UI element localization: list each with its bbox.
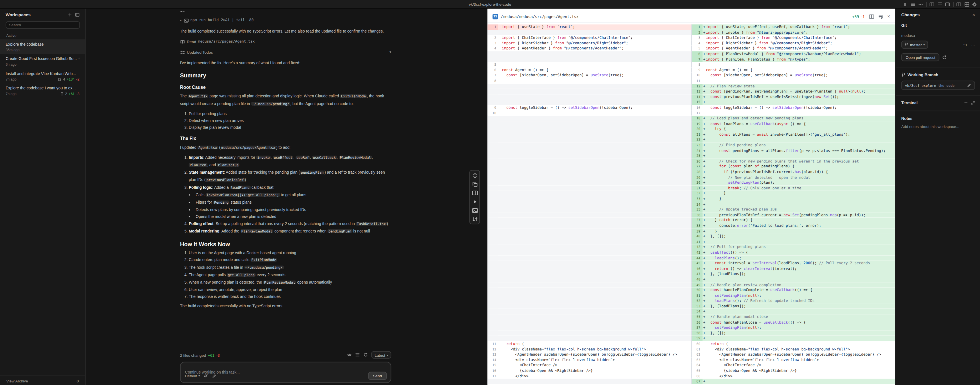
diff-line: 35+ // Update tracked plan IDs bbox=[691, 207, 895, 212]
code-text: + const pendingPlans = allPlans.filter(p… bbox=[702, 148, 886, 153]
code-text: <div className="flex flex-col h-screen b… bbox=[702, 347, 850, 352]
toggle-right-panel-icon[interactable] bbox=[945, 2, 950, 7]
refresh-icon[interactable] bbox=[363, 352, 369, 358]
diff-line bbox=[487, 83, 691, 89]
menu-icon[interactable] bbox=[910, 2, 915, 7]
compare-icon[interactable] bbox=[471, 216, 478, 222]
more-icon[interactable]: ⋯ bbox=[971, 43, 975, 47]
diff-line bbox=[487, 196, 691, 202]
run-icon[interactable] bbox=[471, 199, 478, 205]
code-text bbox=[498, 314, 502, 320]
line-number: 8 bbox=[487, 78, 498, 83]
tool-call[interactable] bbox=[180, 10, 391, 13]
diff-line: 59+ bbox=[691, 336, 895, 341]
chat-heading: Root Cause bbox=[180, 84, 391, 90]
terminal-icon[interactable] bbox=[471, 207, 478, 213]
diff-row: 19+ const loadPlans = useCallback(async … bbox=[487, 121, 895, 127]
expand-icon[interactable] bbox=[970, 100, 975, 105]
word-wrap-icon[interactable] bbox=[878, 13, 884, 19]
close-icon[interactable]: × bbox=[887, 13, 890, 19]
diff-line bbox=[487, 202, 691, 207]
notes-placeholder[interactable]: Add notes about this workspace... bbox=[896, 122, 980, 131]
workspace-item[interactable]: Install and integrate Vibe Kanban Web...… bbox=[0, 68, 85, 83]
line-number bbox=[487, 94, 498, 100]
working-branch-section-header[interactable]: Working Branch bbox=[896, 67, 980, 78]
code-text bbox=[498, 132, 502, 137]
diff-line bbox=[487, 309, 691, 315]
new-workspace-icon[interactable] bbox=[67, 13, 72, 17]
diff-line: 12+ // Plan review state bbox=[691, 83, 895, 89]
sidebar-header: Workspaces bbox=[0, 9, 85, 19]
terminal-section-header[interactable]: Terminal bbox=[896, 95, 980, 106]
list-icon[interactable] bbox=[355, 352, 360, 358]
line-number bbox=[487, 293, 498, 298]
diff-line: 58+ }, []); bbox=[691, 331, 895, 336]
branch-selector[interactable]: master ▾ bbox=[901, 41, 928, 49]
git-section-header[interactable]: Git bbox=[896, 20, 980, 29]
code-text: <div className="flex flex-col h-screen b… bbox=[498, 347, 646, 352]
copy-icon[interactable] bbox=[471, 181, 478, 187]
sub-list-item: Calls invoke<PlanItem[]>('get_all_plans'… bbox=[196, 191, 391, 199]
diff-line: 53+ }, [loadPlans]); bbox=[691, 304, 895, 309]
code-text: <div className="flex flex-1 overflow-hid… bbox=[498, 357, 615, 363]
workspace-meta: 35m ago bbox=[6, 48, 80, 51]
toggle-left-panel-icon[interactable] bbox=[929, 2, 935, 7]
list-item: Polling logic: Added a loadPlans callbac… bbox=[189, 184, 391, 220]
layout-icon[interactable] bbox=[471, 189, 478, 196]
refresh-icon[interactable] bbox=[942, 54, 947, 60]
edit-icon[interactable] bbox=[212, 374, 216, 378]
tool-call[interactable]: ▸npm run build 2>&1 | tail -80 bbox=[180, 17, 391, 24]
workspace-item[interactable]: Explore the codebase35m ago bbox=[0, 39, 85, 54]
line-number: 1 bbox=[691, 24, 702, 30]
line-number: 58 bbox=[691, 331, 702, 336]
toggle-bottom-panel-icon[interactable] bbox=[937, 2, 942, 7]
chevron-down-icon[interactable]: ▾ bbox=[390, 49, 391, 56]
diff-line bbox=[487, 185, 691, 191]
plus-icon[interactable] bbox=[964, 100, 968, 105]
diff-row: 7+import { PlanItem, PlanStatus } from "… bbox=[487, 57, 895, 62]
more-icon[interactable] bbox=[918, 2, 923, 7]
attachment-icon[interactable] bbox=[204, 374, 208, 378]
line-number bbox=[487, 137, 498, 143]
split-diff-icon[interactable] bbox=[869, 13, 874, 19]
line-number bbox=[487, 175, 498, 180]
pause-icon[interactable] bbox=[902, 2, 908, 7]
diff-line: 9const Agent = () => { bbox=[691, 67, 895, 73]
split-view-icon[interactable] bbox=[956, 2, 961, 7]
diff-row: 9 const toggleSidebar = () => setSidebar… bbox=[487, 105, 895, 110]
diff-line bbox=[487, 137, 691, 143]
code-text bbox=[702, 110, 706, 116]
archive-count: 0 bbox=[76, 379, 79, 383]
line-number: 5 bbox=[487, 62, 498, 67]
tool-call[interactable]: Read medusa/src/pages/Agent.tsx bbox=[180, 38, 391, 45]
diff-line: 15 <ChatInterface /> bbox=[487, 363, 691, 368]
view-archive-link[interactable]: View Archive bbox=[6, 379, 28, 383]
toggle-sidebar-icon[interactable] bbox=[75, 13, 79, 17]
code-text: + const allPlans = await invoke<PlanItem… bbox=[702, 132, 850, 137]
code-text: const Agent = () => { bbox=[498, 67, 548, 73]
diff-row: 6const Agent = () => {9const Agent = () … bbox=[487, 67, 895, 73]
settings-icon[interactable] bbox=[972, 2, 977, 7]
line-number bbox=[487, 51, 498, 57]
diff-line: 51+ setPendingPlan(null); bbox=[691, 293, 895, 298]
status-actions: Latest ▾ bbox=[347, 351, 391, 359]
workspace-item[interactable]: Explore the codebase I want you to ex...… bbox=[0, 83, 85, 98]
diff-row: 15+ bbox=[487, 99, 895, 105]
close-icon[interactable]: × bbox=[972, 13, 975, 17]
send-button[interactable]: Send bbox=[368, 372, 387, 380]
search-input[interactable] bbox=[5, 21, 80, 28]
latest-dropdown[interactable]: Latest ▾ bbox=[371, 351, 391, 359]
mode-dropdown[interactable]: Default ▾ bbox=[185, 374, 200, 378]
eye-icon[interactable] bbox=[347, 352, 352, 358]
diff-row: 38+ console.error('Failed to load plans:… bbox=[487, 223, 895, 229]
code-text: import { RightSidebar } from "@/componen… bbox=[498, 41, 628, 46]
edit-icon[interactable] bbox=[967, 83, 971, 88]
workspace-item[interactable]: Create Good First Issues on Github So...… bbox=[0, 54, 85, 68]
workspace-time: 35m ago bbox=[6, 48, 19, 51]
grid-view-icon[interactable] bbox=[964, 2, 969, 7]
collapse-icon[interactable] bbox=[471, 172, 478, 178]
notes-section-header[interactable]: Notes bbox=[896, 111, 980, 122]
open-pull-request-button[interactable]: Open pull request bbox=[901, 53, 939, 61]
tool-call[interactable]: Updated Todos▾ bbox=[180, 49, 391, 56]
working-branch-input[interactable]: vk/3ccf-explore-the-code bbox=[901, 81, 975, 90]
